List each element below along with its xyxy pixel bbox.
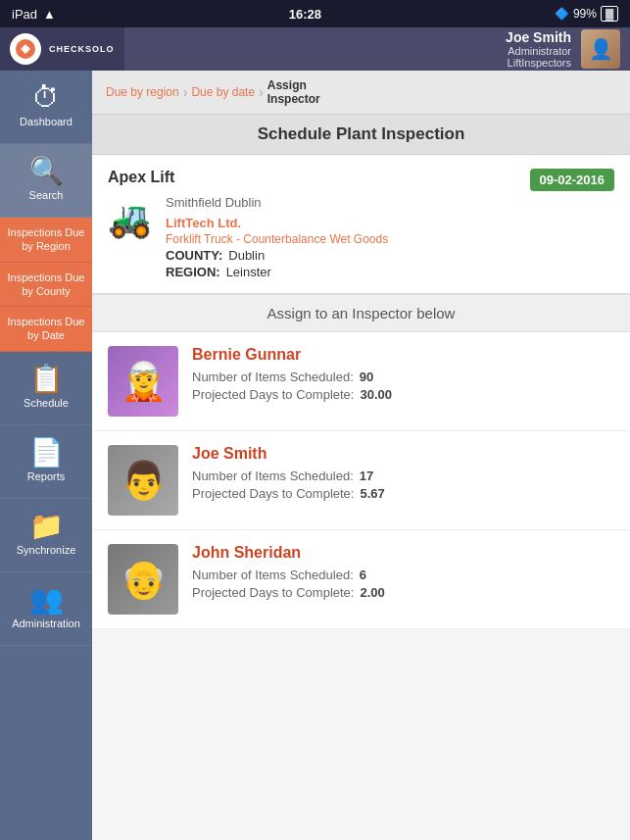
inspector-items-value-joe: 17 [360, 469, 373, 483]
region-value: Leinster [226, 265, 271, 279]
inspector-days-joe: Projected Days to Complete: 5.67 [192, 486, 614, 501]
sidebar-label-schedule: Schedule [24, 397, 69, 410]
inspection-location: Smithfield Dublin [166, 195, 614, 210]
breadcrumb: Due by region › Due by date › AssignInsp… [92, 71, 630, 115]
sidebar-sub-by-county[interactable]: Inspections Due by County [0, 263, 92, 308]
inspector-info-john: John Sheridan Number of Items Scheduled:… [192, 544, 614, 603]
inspector-items-value-bernie: 90 [360, 370, 373, 384]
inspection-date-badge: 09-02-2016 [530, 169, 615, 191]
sidebar-item-schedule[interactable]: 📋 Schedule [0, 352, 92, 425]
status-right: 🔷 99% ▓ [555, 6, 618, 22]
schedule-icon: 📋 [29, 366, 64, 393]
inspector-info-bernie: Bernie Gunnar Number of Items Scheduled:… [192, 346, 614, 405]
region-label: REGION: [166, 265, 220, 279]
sub-date-label: Inspections Due by Date [8, 316, 85, 341]
admin-icon: 👥 [29, 586, 64, 614]
inspection-details: Smithfield Dublin LiftTech Ltd. Forklift… [166, 195, 614, 279]
sidebar-item-synchronize[interactable]: 📁 Synchronize [0, 499, 92, 572]
reports-icon: 📄 [29, 439, 64, 467]
inspector-card-bernie[interactable]: 🧝 Bernie Gunnar Number of Items Schedule… [92, 332, 630, 431]
logo-text: CHECKSOLO [49, 44, 115, 54]
inspection-name: Apex Lift [108, 169, 174, 186]
inspector-card-joe[interactable]: 👨 Joe Smith Number of Items Scheduled: 1… [92, 431, 630, 530]
breadcrumb-arrow-1: › [183, 84, 188, 100]
forklift-icon: 🚜 [108, 199, 152, 279]
logo-area: CHECKSOLO [0, 27, 124, 71]
breadcrumb-due-date[interactable]: Due by date [191, 85, 255, 99]
breadcrumb-due-region[interactable]: Due by region [106, 85, 179, 99]
battery-icon: ▓ [601, 6, 618, 22]
avatar-image: 👤 [581, 29, 620, 69]
inspector-items-value-john: 6 [360, 568, 366, 582]
user-avatar: 👤 [581, 29, 620, 69]
user-role: Administrator [506, 45, 571, 57]
sidebar-sub-by-region[interactable]: Inspections Due by Region [0, 218, 92, 263]
inspection-card: Apex Lift 09-02-2016 🚜 Smithfield Dublin… [92, 155, 630, 294]
main-content: Due by region › Due by date › AssignInsp… [92, 71, 630, 840]
inspector-days-bernie: Projected Days to Complete: 30.00 [192, 387, 614, 402]
status-bar: iPad ▲ 16:28 🔷 99% ▓ [0, 0, 630, 27]
sub-county-label: Inspections Due by County [8, 272, 85, 297]
header-user: Joe Smith Administrator LiftInspectors 👤 [506, 29, 630, 69]
inspector-photo-bernie: 🧝 [108, 346, 178, 417]
inspector-days-value-joe: 5.67 [360, 486, 384, 501]
sidebar-item-search[interactable]: 🔍 Search [0, 144, 92, 218]
inspector-photo-john: 👴 [108, 544, 178, 615]
sidebar-label-dashboard: Dashboard [20, 116, 73, 128]
page-title: Schedule Plant Inspection [92, 115, 630, 155]
inspection-county-row: COUNTY: Dublin [166, 248, 614, 263]
sub-region-label: Inspections Due by Region [8, 226, 85, 252]
county-label: COUNTY: [166, 248, 222, 263]
search-icon: 🔍 [29, 158, 64, 185]
inspection-region-row: REGION: Leinster [166, 265, 614, 279]
sidebar-item-administration[interactable]: 👥 Administration [0, 572, 92, 646]
inspector-name-joe: Joe Smith [192, 445, 614, 463]
svg-point-1 [23, 46, 28, 52]
inspector-name-bernie: Bernie Gunnar [192, 346, 614, 364]
inspector-days-value-bernie: 30.00 [360, 387, 392, 402]
inspection-header: Apex Lift 09-02-2016 [108, 169, 614, 191]
inspector-days-label-john: Projected Days to Complete: [192, 585, 354, 600]
user-company: LiftInspectors [506, 57, 571, 69]
breadcrumb-date-label: Due by date [191, 85, 255, 99]
breadcrumb-assign-label: AssignInspector [267, 78, 320, 106]
inspector-items-joe: Number of Items Scheduled: 17 [192, 469, 614, 483]
breadcrumb-assign: AssignInspector [267, 78, 320, 106]
dashboard-icon: ⏱ [32, 84, 60, 112]
sidebar-sub-by-date[interactable]: Inspections Due by Date [0, 307, 92, 352]
inspection-tech: LiftTech Ltd. [166, 216, 614, 230]
inspector-days-john: Projected Days to Complete: 2.00 [192, 585, 614, 600]
inspector-days-value-john: 2.00 [360, 585, 384, 600]
inspector-name-john: John Sheridan [192, 544, 614, 562]
sync-icon: 📁 [29, 513, 64, 540]
inspector-items-label-john: Number of Items Scheduled: [192, 568, 354, 582]
sidebar: ⏱ Dashboard 🔍 Search Inspections Due by … [0, 71, 92, 840]
wifi-icon: ▲ [43, 7, 56, 22]
bluetooth-icon: 🔷 [555, 7, 569, 21]
inspector-days-label-bernie: Projected Days to Complete: [192, 387, 354, 402]
status-time: 16:28 [289, 7, 321, 22]
ipad-label: iPad [12, 7, 37, 22]
inspection-body: 🚜 Smithfield Dublin LiftTech Ltd. Forkli… [108, 195, 614, 279]
inspector-items-john: Number of Items Scheduled: 6 [192, 568, 614, 582]
breadcrumb-arrow-2: › [259, 84, 264, 100]
inspector-items-label-joe: Number of Items Scheduled: [192, 469, 354, 483]
inspector-photo-joe: 👨 [108, 445, 178, 516]
logo-icon [10, 33, 41, 65]
app-header: CHECKSOLO Joe Smith Administrator LiftIn… [0, 27, 630, 71]
sidebar-item-reports[interactable]: 📄 Reports [0, 425, 92, 499]
battery-percentage: 99% [573, 7, 597, 21]
inspection-service: Forklift Truck - Counterbalance Wet Good… [166, 232, 614, 246]
breadcrumb-region-label: Due by region [106, 85, 179, 99]
sidebar-label-synchronize: Synchronize [17, 544, 76, 557]
sidebar-label-search: Search [29, 189, 64, 202]
sidebar-item-dashboard[interactable]: ⏱ Dashboard [0, 71, 92, 144]
user-name: Joe Smith [506, 29, 571, 45]
sidebar-label-reports: Reports [27, 470, 66, 483]
inspector-card-john[interactable]: 👴 John Sheridan Number of Items Schedule… [92, 530, 630, 629]
app-layout: ⏱ Dashboard 🔍 Search Inspections Due by … [0, 71, 630, 840]
inspector-items-label-bernie: Number of Items Scheduled: [192, 370, 354, 384]
inspector-items-bernie: Number of Items Scheduled: 90 [192, 370, 614, 384]
user-info: Joe Smith Administrator LiftInspectors [506, 29, 571, 69]
status-left: iPad ▲ [12, 7, 56, 22]
